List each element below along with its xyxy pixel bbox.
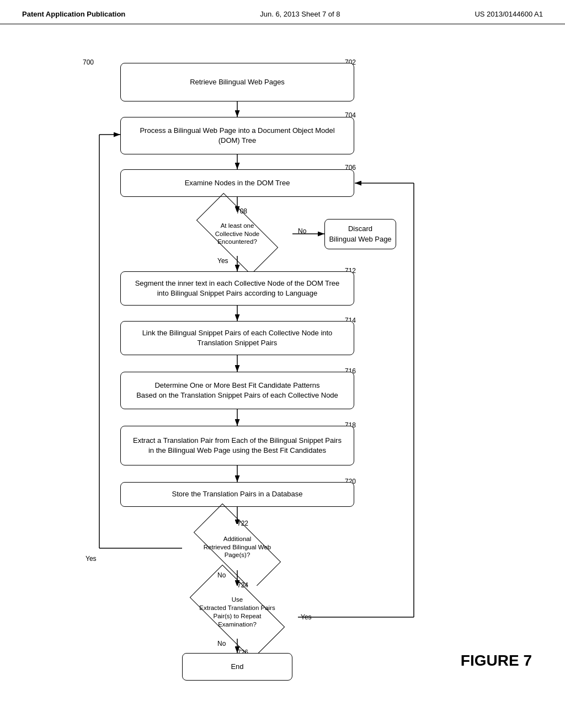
label-722: 722 — [237, 520, 248, 527]
label-724: 724 — [237, 581, 248, 589]
label-yes3: Yes — [301, 613, 312, 621]
diamond-use-extracted: Use Extracted Translation Pairs Pair(s) … — [177, 586, 298, 639]
label-708: 708 — [236, 207, 247, 215]
box-discard: Discard Bilingual Web Page — [324, 219, 396, 249]
box-process: Process a Bilingual Web Page into a Docu… — [120, 117, 354, 154]
page-header: Patent Application Publication Jun. 6, 2… — [0, 0, 565, 24]
box-retrieve: Retrieve Bilingual Web Pages — [120, 63, 354, 101]
diagram-area: 700 702 Retrieve Bilingual Web Pages 704… — [0, 30, 565, 703]
box-store: Store the Translation Pairs in a Databas… — [120, 482, 354, 507]
header-center: Jun. 6, 2013 Sheet 7 of 8 — [260, 10, 340, 18]
box-end: End — [182, 653, 292, 681]
label-no1: No — [298, 227, 306, 235]
label-no3: No — [217, 640, 226, 647]
header-left: Patent Application Publication — [22, 10, 125, 18]
header-right: US 2013/0144600 A1 — [475, 10, 543, 18]
box-link: Link the Bilingual Snippet Pairs of each… — [120, 321, 354, 355]
box-examine: Examine Nodes in the DOM Tree — [120, 169, 354, 197]
diamond-additional-pages: Additional Retrieved Bilingual Web Page(… — [182, 524, 292, 570]
label-yes1: Yes — [217, 257, 228, 265]
diamond-collective-node: At least one Collective Node Encountered… — [182, 212, 292, 256]
box-segment: Segment the inner text in each Collectiv… — [120, 271, 354, 306]
label-700: 700 — [83, 58, 94, 66]
label-yes2: Yes — [86, 555, 97, 563]
box-determine: Determine One or More Best Fit Candidate… — [120, 372, 354, 409]
figure-label: FIGURE 7 — [461, 652, 532, 670]
box-extract: Extract a Translation Pair from Each of … — [120, 426, 354, 465]
